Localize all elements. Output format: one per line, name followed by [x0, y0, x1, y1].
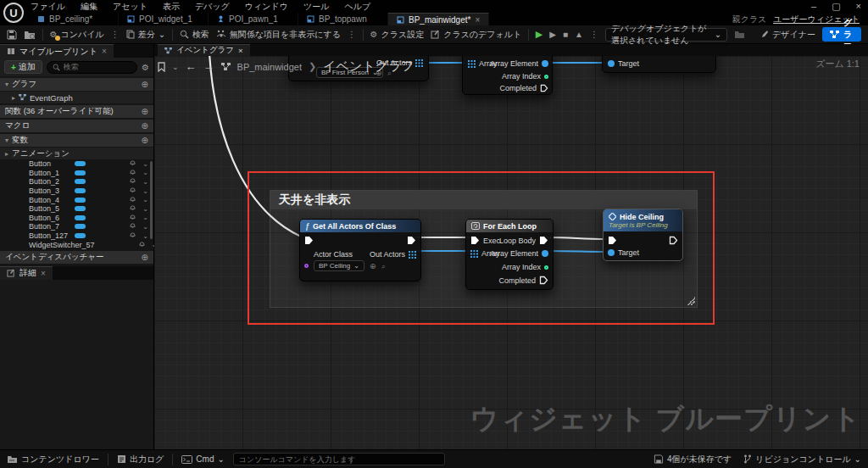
array-element-pin[interactable]: Array Element	[490, 249, 548, 258]
exec-in-pin[interactable]: Exec	[470, 236, 500, 245]
console-command-input[interactable]	[233, 453, 445, 465]
completed-pin[interactable]: Completed	[499, 84, 548, 92]
search-input[interactable]	[64, 63, 123, 71]
exec-out-pin[interactable]	[407, 236, 416, 245]
revision-control-button[interactable]: リビジョンコントロール ⌄	[743, 454, 861, 465]
menu-asset[interactable]: アセット	[113, 1, 147, 13]
tab-poi-pawn-1[interactable]: POI_pawn_1	[209, 13, 298, 25]
bookmark-chevron-icon[interactable]: ⌄	[172, 63, 179, 71]
bell-icon[interactable]	[130, 187, 136, 195]
class-pin-icon[interactable]	[304, 264, 309, 268]
section-variables[interactable]: ▾ 変数 ⊕	[0, 134, 153, 147]
cmd-dropdown[interactable]: Cmd ⌄	[181, 454, 225, 464]
hide-unrelated-options-icon[interactable]: ⋮	[348, 30, 356, 39]
tab-close-icon[interactable]: ×	[102, 47, 107, 56]
designer-button[interactable]: デザイナー	[759, 29, 815, 41]
maximize-button[interactable]: ▢	[832, 1, 840, 12]
compile-button[interactable]: ⚙ コンパイル	[50, 29, 104, 41]
save-icon[interactable]	[7, 30, 17, 40]
graph-mode-button[interactable]: グラフ	[822, 27, 861, 42]
variable-row[interactable]: Button_7⌄	[0, 222, 153, 231]
browse-asset-icon[interactable]	[24, 30, 36, 40]
bell-icon[interactable]	[130, 159, 136, 168]
add-graph-icon[interactable]: ⊕	[142, 80, 148, 89]
variable-row[interactable]: Button_6⌄	[0, 214, 153, 223]
tab-event-graph[interactable]: イベントグラフ ×	[158, 44, 250, 56]
menu-file[interactable]: ファイル	[31, 1, 65, 13]
menu-help[interactable]: ヘルプ	[344, 1, 370, 13]
chevron-down-icon[interactable]: ⌄	[142, 223, 148, 231]
tab-details[interactable]: 詳細 ×	[0, 266, 53, 280]
bell-icon[interactable]	[130, 231, 136, 240]
frame-skip-button[interactable]: ▶	[549, 30, 556, 39]
breadcrumb-current[interactable]: イベントグラフ	[323, 58, 414, 75]
blueprint-search[interactable]	[47, 61, 137, 74]
variable-row[interactable]: Button_127⌄	[0, 231, 153, 241]
variable-row[interactable]: Button_4⌄	[0, 195, 153, 204]
tab-close-icon[interactable]: ×	[41, 269, 46, 278]
tab-my-blueprint[interactable]: マイブループリント ×	[0, 44, 114, 58]
variable-row[interactable]: Button_3⌄	[0, 187, 153, 196]
bell-icon[interactable]	[130, 177, 136, 186]
exec-in-pin[interactable]	[608, 236, 617, 245]
variable-row[interactable]: WidgetSwitcher_57⌄	[0, 240, 153, 249]
add-function-icon[interactable]: ⊕	[142, 107, 148, 116]
variable-row[interactable]: Button_1⌄	[0, 169, 153, 178]
add-macro-icon[interactable]: ⊕	[142, 121, 148, 131]
class-defaults-button[interactable]: クラスのデフォルト	[431, 29, 521, 41]
menu-debug[interactable]: デバッグ	[195, 1, 230, 13]
target-pin[interactable]: Target	[608, 248, 639, 257]
section-event-dispatchers[interactable]: イベントディスパッチャー ⊕	[0, 251, 153, 264]
tab-bp-toppawn[interactable]: BP_toppawn	[298, 13, 388, 25]
eject-button[interactable]: ▲	[575, 30, 583, 39]
hide-unrelated-button[interactable]: 無関係な項目を非表示にする	[216, 29, 341, 41]
section-macro[interactable]: マクロ ⊕	[0, 120, 153, 132]
variable-row[interactable]: Button_5⌄	[0, 204, 153, 214]
node-get-all-actors[interactable]: ƒ Get All Actors Of Class Actor Class	[299, 219, 421, 281]
item-eventgraph[interactable]: ▸ EventGraph	[0, 92, 153, 103]
comment-title[interactable]: 天井を非表示	[270, 191, 697, 209]
array-element-pin[interactable]: Array Element	[490, 59, 548, 68]
chevron-down-icon[interactable]: ⌄	[142, 187, 148, 195]
chevron-down-icon[interactable]: ⌄	[142, 214, 148, 221]
chevron-down-icon[interactable]: ⌄	[142, 205, 148, 213]
loop-body-pin[interactable]: Loop Body	[499, 236, 548, 245]
array-index-pin[interactable]: Array Index	[502, 72, 548, 81]
variable-row[interactable]: Button_2⌄	[0, 177, 153, 187]
bell-icon[interactable]	[130, 204, 136, 213]
tab-close-icon[interactable]: ×	[238, 46, 243, 55]
find-button[interactable]: 検索	[180, 29, 209, 41]
bell-icon[interactable]	[130, 214, 136, 222]
output-log-button[interactable]: 出力ログ	[117, 454, 164, 465]
scrollbar[interactable]	[150, 161, 153, 239]
actor-class-dropdown[interactable]: BP Ceiling ⌄	[314, 260, 364, 271]
menu-window[interactable]: ウィンドウ	[245, 1, 288, 13]
target-pin[interactable]: Target	[608, 59, 639, 68]
filter-gear-icon[interactable]: ⚙	[142, 63, 149, 72]
bookmark-icon[interactable]	[158, 62, 165, 72]
tab-poi-widget-1[interactable]: POI_widget_1	[119, 13, 209, 25]
tab-bp-ceiling[interactable]: BP_ceiling*	[29, 13, 119, 25]
bell-icon[interactable]	[139, 241, 145, 249]
bell-icon[interactable]	[130, 169, 136, 177]
breadcrumb-root[interactable]: BP_mainwidget	[237, 62, 302, 72]
chevron-down-icon[interactable]: ⌄	[142, 232, 148, 240]
select-asset-icons[interactable]: ⊕ ⌕	[370, 262, 387, 271]
minimize-button[interactable]: –	[811, 1, 816, 12]
play-options-icon[interactable]: ⋮	[590, 30, 598, 39]
tab-bp-mainwidget[interactable]: BP_mainwidget* ×	[388, 13, 489, 25]
chevron-down-icon[interactable]: ⌄	[142, 169, 148, 176]
menu-view[interactable]: 表示	[163, 1, 180, 13]
comment-resize-handle[interactable]	[687, 297, 695, 305]
chevron-down-icon[interactable]: ⌄	[142, 178, 148, 186]
debug-object-dropdown[interactable]: デバッグオブジェクトが選択されていません ⌄	[605, 28, 727, 42]
node-for-each-partial[interactable]: Array Array Element Array Index Complete…	[462, 56, 553, 95]
category-animation[interactable]: ▸ アニメーション	[0, 148, 153, 159]
tab-close-icon[interactable]: ×	[475, 15, 480, 25]
node-hide-ceiling-partial[interactable]: Target	[602, 56, 716, 73]
unsaved-assets-button[interactable]: 4個が未保存です	[654, 454, 732, 465]
menu-tools[interactable]: ツール	[303, 1, 329, 13]
bell-icon[interactable]	[130, 222, 136, 231]
nav-back-icon[interactable]: ←	[186, 60, 197, 73]
compile-options-icon[interactable]: ⋮	[111, 30, 120, 39]
